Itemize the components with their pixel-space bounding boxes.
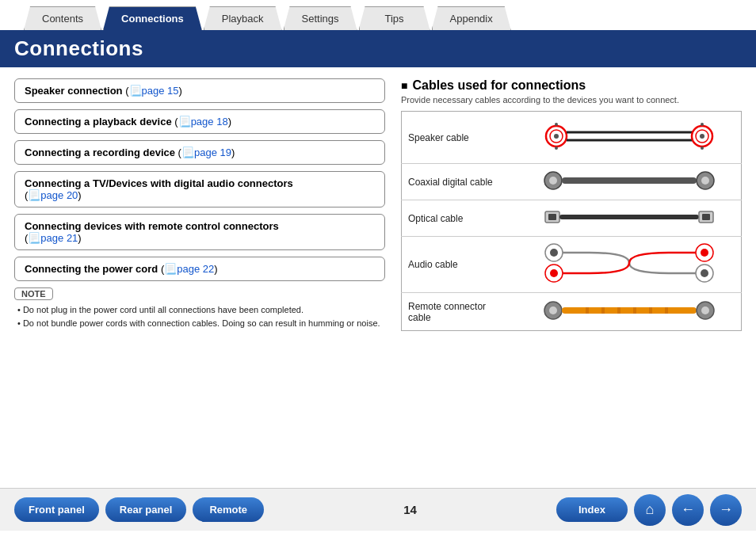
tab-appendix[interactable]: Appendix (432, 6, 511, 30)
svg-rect-18 (548, 214, 556, 220)
link-connecting-remote[interactable]: Connecting devices with remote control c… (14, 214, 385, 250)
bottom-left-buttons: Front panel Rear panel Remote (14, 497, 264, 522)
svg-point-2 (554, 134, 559, 139)
audio-cable-svg (542, 242, 716, 285)
page-title: Connections (0, 30, 756, 67)
cable-name-audio: Audio cable (402, 237, 518, 293)
link-connecting-playback[interactable]: Connecting a playback device (📃page 18) (14, 109, 385, 134)
svg-point-9 (700, 134, 704, 139)
table-row: Speaker cable (402, 112, 742, 164)
svg-point-23 (550, 249, 558, 257)
index-button[interactable]: Index (556, 497, 628, 522)
link-connecting-power[interactable]: Connecting the power cord (📃page 22) (14, 257, 385, 281)
svg-rect-14 (562, 177, 697, 184)
home-icon: ⌂ (646, 501, 655, 518)
bottom-bar: Front panel Rear panel Remote 14 Index ⌂… (0, 488, 756, 531)
svg-rect-41 (649, 307, 652, 314)
svg-rect-37 (586, 307, 589, 314)
svg-point-44 (701, 306, 709, 314)
back-button[interactable]: ← (672, 494, 704, 526)
table-row: Coaxial digital cable (402, 164, 742, 200)
tab-contents[interactable]: Contents (24, 6, 101, 30)
cable-img-speaker (517, 112, 741, 164)
speaker-cable-svg (542, 116, 716, 156)
note-text: Do not plug in the power cord until all … (14, 303, 385, 329)
cables-title: Cables used for connections (401, 78, 742, 93)
svg-rect-40 (633, 307, 636, 314)
svg-rect-42 (665, 307, 668, 314)
svg-rect-38 (601, 307, 605, 314)
svg-point-29 (550, 269, 558, 277)
cable-name-remote: Remote connectorcable (402, 293, 518, 331)
svg-rect-19 (559, 215, 699, 219)
svg-point-35 (549, 306, 557, 314)
back-icon: ← (681, 501, 695, 518)
svg-rect-39 (617, 307, 620, 314)
right-column: Cables used for connections Provide nece… (401, 78, 742, 480)
note-label: NOTE (14, 287, 53, 300)
cable-img-remote (517, 293, 741, 331)
svg-point-33 (701, 249, 708, 257)
table-row: Optical cable (402, 200, 742, 237)
remote-button[interactable]: Remote (193, 497, 264, 522)
svg-point-13 (549, 177, 557, 185)
svg-point-10 (701, 123, 704, 126)
optical-cable-svg (542, 205, 716, 229)
table-row: Remote connectorcable (402, 293, 742, 331)
svg-point-27 (701, 269, 708, 277)
nav-tabs: Contents Connections Playback Settings T… (0, 0, 756, 30)
forward-button[interactable]: → (710, 494, 742, 526)
cable-name-speaker: Speaker cable (402, 112, 518, 164)
cable-img-audio (517, 237, 741, 293)
cable-img-coaxial (517, 164, 741, 200)
forward-icon: → (719, 501, 733, 518)
tab-connections[interactable]: Connections (103, 6, 202, 30)
front-panel-button[interactable]: Front panel (14, 497, 99, 522)
link-connecting-recording[interactable]: Connecting a recording device (📃page 19) (14, 140, 385, 165)
svg-point-4 (555, 147, 558, 150)
svg-rect-36 (562, 307, 697, 314)
left-column: Speaker connection (📃page 15) Connecting… (14, 78, 385, 480)
note-box: NOTE Do not plug in the power cord until… (14, 287, 385, 329)
table-row: Audio cable (402, 237, 742, 293)
cables-table: Speaker cable (401, 111, 742, 331)
page-number: 14 (403, 503, 417, 516)
svg-point-16 (701, 177, 709, 185)
coaxial-cable-svg (542, 169, 716, 192)
cable-name-coaxial: Coaxial digital cable (402, 164, 518, 200)
cables-subtitle: Provide necessary cables according to th… (401, 95, 742, 105)
svg-rect-21 (702, 214, 710, 220)
remote-cable-svg (542, 298, 716, 323)
home-button[interactable]: ⌂ (634, 494, 666, 526)
link-connecting-tv[interactable]: Connecting a TV/Devices with digital aud… (14, 171, 385, 207)
link-speaker-connection[interactable]: Speaker connection (📃page 15) (14, 78, 385, 103)
main-content: Speaker connection (📃page 15) Connecting… (0, 67, 756, 488)
rear-panel-button[interactable]: Rear panel (105, 497, 186, 522)
cable-img-optical (517, 200, 741, 237)
cable-name-optical: Optical cable (402, 200, 518, 237)
svg-point-3 (555, 123, 558, 126)
svg-point-11 (701, 147, 704, 150)
tab-settings[interactable]: Settings (284, 6, 357, 30)
tab-playback[interactable]: Playback (204, 6, 282, 30)
tab-tips[interactable]: Tips (359, 6, 430, 30)
